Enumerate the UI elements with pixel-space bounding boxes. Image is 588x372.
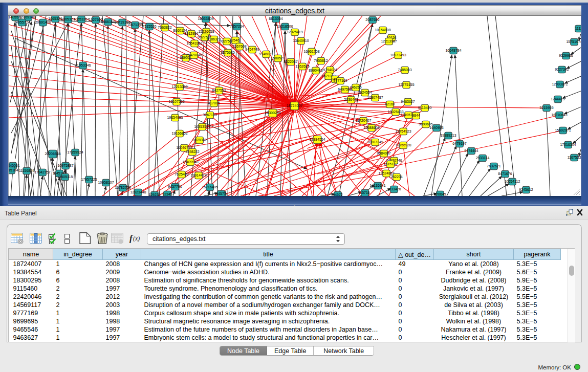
- svg-text:8990443: 8990443: [309, 69, 322, 72]
- svg-text:1362615: 1362615: [295, 64, 309, 68]
- svg-text:14353594: 14353594: [194, 125, 210, 128]
- svg-text:9084067: 9084067: [377, 151, 390, 155]
- svg-text:12505115: 12505115: [57, 175, 73, 179]
- svg-text:16033809: 16033809: [198, 17, 213, 20]
- svg-text:12775155: 12775155: [398, 83, 414, 86]
- svg-text:10154808: 10154808: [375, 28, 390, 32]
- svg-text:18807249: 18807249: [367, 140, 383, 144]
- svg-text:6466160: 6466160: [101, 20, 115, 24]
- svg-text:6479197: 6479197: [452, 142, 466, 145]
- svg-text:12213967: 12213967: [381, 39, 397, 43]
- svg-text:19389213: 19389213: [440, 134, 456, 137]
- svg-text:17359924: 17359924: [67, 150, 83, 154]
- svg-text:1615132: 1615132: [383, 162, 397, 166]
- svg-text:16648784: 16648784: [445, 49, 461, 52]
- svg-text:10973493: 10973493: [390, 53, 406, 57]
- svg-text:8186323: 8186323: [207, 37, 221, 41]
- svg-text:9844: 9844: [412, 114, 420, 117]
- svg-text:2036443: 2036443: [344, 98, 358, 101]
- svg-text:7485003: 7485003: [398, 68, 411, 72]
- svg-text:15716: 15716: [360, 191, 370, 194]
- svg-text:19654985: 19654985: [167, 116, 183, 119]
- svg-text:19754923: 19754923: [395, 129, 411, 133]
- svg-text:(x): (x): [133, 235, 140, 242]
- svg-text:2367608: 2367608: [232, 45, 246, 48]
- svg-text:129234: 129234: [148, 193, 160, 196]
- svg-text:11156829: 11156829: [19, 169, 34, 172]
- svg-text:12325419: 12325419: [287, 30, 302, 34]
- svg-text:3915184: 3915184: [9, 168, 18, 172]
- svg-text:3267130: 3267130: [203, 113, 216, 117]
- svg-text:8322037: 8322037: [284, 60, 297, 63]
- svg-text:20206536: 20206536: [45, 152, 60, 156]
- svg-text:15716485: 15716485: [202, 185, 217, 189]
- svg-text:10807487: 10807487: [367, 96, 383, 99]
- svg-text:8912954: 8912954: [184, 32, 198, 35]
- svg-text:19218506: 19218506: [277, 25, 293, 28]
- svg-text:9794024: 9794024: [323, 68, 337, 72]
- svg-text:2546: 2546: [231, 38, 239, 42]
- svg-text:15226058: 15226058: [198, 30, 214, 33]
- svg-text:7632621: 7632621: [487, 164, 500, 168]
- svg-text:14055724: 14055724: [14, 20, 30, 24]
- svg-text:18300295: 18300295: [265, 111, 280, 115]
- svg-text:9245612: 9245612: [519, 188, 533, 191]
- svg-text:92345: 92345: [162, 192, 172, 196]
- svg-text:19384554: 19384554: [309, 138, 325, 141]
- svg-text:18724007: 18724007: [287, 104, 302, 107]
- svg-text:23420046: 23420046: [186, 53, 202, 57]
- svg-text:7663822: 7663822: [158, 26, 171, 29]
- svg-text:7625402: 7625402: [175, 172, 188, 176]
- svg-text:8813054: 8813054: [269, 17, 282, 20]
- svg-text:19166852: 19166852: [171, 132, 187, 135]
- svg-text:21053346: 21053346: [75, 63, 91, 67]
- svg-text:8427552: 8427552: [212, 89, 226, 92]
- svg-text:2087652: 2087652: [365, 18, 379, 21]
- svg-text:746266: 746266: [350, 85, 361, 89]
- svg-text:9463627: 9463627: [401, 100, 415, 103]
- svg-text:1244415: 1244415: [551, 97, 564, 101]
- svg-text:16782759: 16782759: [115, 186, 130, 189]
- svg-text:8471676: 8471676: [498, 172, 512, 176]
- svg-text:1733426: 1733426: [387, 187, 401, 191]
- svg-text:15751074: 15751074: [566, 40, 581, 43]
- svg-text:9146821: 9146821: [259, 52, 273, 56]
- svg-text:3875685: 3875685: [221, 51, 234, 54]
- svg-text:10975887: 10975887: [57, 164, 73, 167]
- svg-text:94577: 94577: [216, 192, 226, 195]
- svg-text:9227342: 9227342: [555, 68, 569, 71]
- svg-text:94572: 94572: [333, 193, 343, 196]
- svg-text:19756928: 19756928: [395, 143, 411, 147]
- svg-text:10958107: 10958107: [98, 181, 114, 184]
- svg-text:10653267: 10653267: [73, 17, 89, 21]
- svg-text:17016504: 17016504: [560, 143, 576, 146]
- svg-text:8878332: 8878332: [192, 138, 206, 142]
- svg-text:17942757: 17942757: [34, 170, 50, 174]
- svg-text:7515526: 7515526: [142, 25, 156, 28]
- svg-text:13640910: 13640910: [293, 39, 309, 42]
- svg-text:16543362: 16543362: [186, 41, 202, 45]
- svg-text:11720407: 11720407: [356, 119, 372, 122]
- svg-text:62160: 62160: [385, 102, 395, 106]
- svg-text:16107552: 16107552: [168, 100, 184, 103]
- svg-text:3624554: 3624554: [358, 91, 372, 94]
- svg-text:9899695: 9899695: [419, 122, 432, 126]
- svg-text:8454749: 8454749: [245, 48, 259, 51]
- svg-text:9457791: 9457791: [168, 185, 182, 188]
- svg-text:10671355: 10671355: [127, 23, 143, 27]
- svg-text:19914479: 19914479: [190, 173, 206, 177]
- svg-text:15409948: 15409948: [182, 160, 198, 164]
- svg-text:1405572: 1405572: [9, 16, 23, 19]
- svg-text:252234: 252234: [390, 175, 402, 179]
- svg-text:12213369: 12213369: [171, 85, 187, 89]
- svg-text:870645: 870645: [434, 192, 446, 196]
- svg-text:10688609: 10688609: [363, 126, 379, 129]
- svg-text:9777169: 9777169: [333, 79, 347, 82]
- svg-text:9474444: 9474444: [464, 149, 478, 152]
- svg-text:20691406: 20691406: [35, 20, 51, 24]
- svg-text:14136141: 14136141: [369, 184, 385, 187]
- svg-text:7857234: 7857234: [230, 25, 244, 28]
- svg-text:7955812: 7955812: [314, 59, 328, 62]
- svg-text:16961758: 16961758: [303, 50, 319, 53]
- svg-text:417006: 417006: [208, 101, 220, 105]
